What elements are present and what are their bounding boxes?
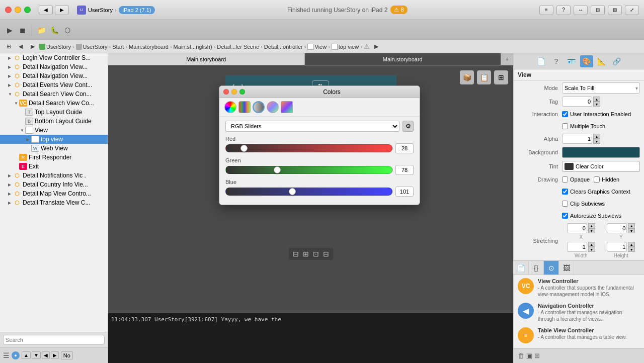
tab-storyboard-1[interactable]: Main.storyboard: [108, 53, 305, 65]
colors-maximize-button[interactable]: [239, 89, 245, 95]
tint-color-well[interactable]: Clear Color: [562, 161, 640, 172]
tag-increment-button[interactable]: ▲: [593, 97, 600, 102]
tree-item-map[interactable]: ▶ ⬡ Detail Map View Contro...: [0, 189, 108, 198]
color-mode-select[interactable]: RGB Sliders: [225, 121, 399, 132]
view-mode-button-1[interactable]: ▣: [526, 352, 532, 359]
color-wheel-swatch[interactable]: [224, 101, 236, 113]
fwd-history-button[interactable]: ▶: [55, 5, 69, 15]
delete-button[interactable]: 🗑: [518, 352, 524, 359]
color-crayons-swatch[interactable]: [238, 101, 251, 113]
tree-item-webview[interactable]: W Web View: [0, 144, 108, 153]
color-palettes-swatch[interactable]: [267, 101, 279, 113]
multiple-touch-checkbox[interactable]: [562, 123, 568, 129]
quick-help-tab[interactable]: ?: [550, 55, 563, 67]
colors-minimize-button[interactable]: [231, 89, 237, 95]
obj-lib-tab-code[interactable]: {}: [529, 261, 544, 275]
x-input[interactable]: [567, 223, 587, 233]
tab-storyboard-2[interactable]: Main.storyboard: [305, 53, 502, 65]
red-slider-track[interactable]: [225, 144, 392, 152]
height-input[interactable]: [607, 242, 627, 252]
breadcrumb-fwd-icon[interactable]: ▶: [27, 41, 38, 52]
clears-context-checkbox[interactable]: [562, 189, 568, 195]
tree-item-country[interactable]: ▶ ⬡ Detail Country Info Vie...: [0, 180, 108, 189]
panel-toggle-button[interactable]: ≡: [539, 5, 553, 15]
x-increment-button[interactable]: ▲: [588, 223, 595, 228]
back-history-button[interactable]: ◀: [39, 5, 53, 15]
breadcrumb-item-userstory[interactable]: UserStory: [39, 44, 71, 50]
filter-active-icon[interactable]: ●: [12, 351, 20, 359]
tree-item-nav2[interactable]: ▶ ⬡ Detail Navigation View...: [0, 71, 108, 80]
size-icon-3[interactable]: ⊡: [313, 250, 319, 258]
colors-close-button[interactable]: [223, 89, 229, 95]
search-input[interactable]: [3, 335, 105, 345]
blue-slider-track[interactable]: [225, 188, 392, 196]
tree-item-exit[interactable]: E Exit: [0, 162, 108, 171]
breadcrumb-item-storyboard[interactable]: Main.storyboard: [129, 44, 169, 50]
tree-item-login[interactable]: ▶ ⬡ Login View Controller S...: [0, 53, 108, 62]
filter-left-icon[interactable]: ◀: [42, 351, 50, 359]
view-mode-button-2[interactable]: ⊞: [534, 352, 540, 359]
breadcrumb-item-start[interactable]: Start: [112, 44, 124, 50]
no-filter-button[interactable]: No: [61, 351, 73, 359]
breadcrumb-menu-icon[interactable]: ⊞: [3, 41, 14, 52]
canvas-tool-2[interactable]: 📋: [477, 70, 491, 84]
version-button[interactable]: ↔: [574, 5, 588, 15]
size-icon-2[interactable]: ⊞: [303, 250, 309, 258]
size-icon-1[interactable]: ⊟: [293, 250, 299, 258]
hidden-checkbox[interactable]: [594, 176, 600, 183]
h-decrement-button[interactable]: ▼: [628, 247, 635, 252]
tree-item-events[interactable]: ▶ ⬡ Detail Events View Cont...: [0, 80, 108, 89]
h-increment-button[interactable]: ▲: [628, 242, 635, 247]
x-decrement-button[interactable]: ▼: [588, 228, 595, 233]
tree-item-notifications[interactable]: ▶ ⬡ Detail Notifications Vic .: [0, 171, 108, 180]
breadcrumb-back-icon[interactable]: ◀: [15, 41, 26, 52]
filter-up-icon[interactable]: ▲: [22, 351, 31, 359]
obj-lib-tab-file[interactable]: 📄: [514, 261, 529, 275]
breadcrumb-item-view[interactable]: View: [307, 44, 327, 50]
assistant-button[interactable]: ?: [556, 5, 571, 15]
tree-item-search[interactable]: ▼ ⬡ Detail Search View Con...: [0, 89, 108, 99]
alpha-increment-button[interactable]: ▲: [593, 134, 600, 139]
blue-slider-thumb[interactable]: [289, 188, 296, 195]
w-increment-button[interactable]: ▲: [588, 242, 595, 247]
color-pencils-swatch[interactable]: [281, 101, 293, 113]
maximize-button[interactable]: [24, 7, 31, 13]
warning-indicator[interactable]: ⚠: [364, 43, 370, 50]
alpha-input[interactable]: [562, 134, 592, 144]
green-slider-thumb[interactable]: [274, 166, 281, 173]
size-icon-4[interactable]: ⊟: [323, 250, 329, 258]
background-color-well[interactable]: [562, 147, 640, 158]
add-tab-button[interactable]: +: [501, 53, 513, 65]
scheme-icon[interactable]: ▶: [4, 25, 15, 36]
filter-right-icon[interactable]: ▶: [51, 351, 59, 359]
connections-inspector-tab[interactable]: 🔗: [610, 55, 623, 67]
color-gear-button[interactable]: ⚙: [403, 121, 414, 132]
breadcrumb-forward-icon[interactable]: ▶: [371, 41, 382, 52]
tree-item-top-view[interactable]: ▶ top view: [0, 135, 108, 144]
layout-button[interactable]: ⊞: [608, 5, 622, 15]
y-decrement-button[interactable]: ▼: [628, 228, 635, 233]
breadcrumb-item-scene[interactable]: Detail...ler Scene: [217, 44, 259, 50]
filter-down-icon[interactable]: ▼: [32, 351, 41, 359]
breakpoints-icon[interactable]: ⬡: [62, 25, 73, 36]
fullscreen-button[interactable]: ⤢: [625, 5, 639, 15]
tree-item-search-vc[interactable]: ▼ VC Detail Search View Co...: [0, 99, 108, 108]
color-sliders-swatch[interactable]: [253, 101, 265, 113]
y-input[interactable]: [607, 223, 627, 233]
alpha-decrement-button[interactable]: ▼: [593, 139, 600, 144]
tree-item-nav1[interactable]: ▶ ⬡ Detail Navigation View...: [0, 62, 108, 71]
breadcrumb-item-group[interactable]: UserStory: [76, 44, 108, 50]
file-inspector-tab[interactable]: 📄: [535, 55, 548, 67]
green-slider-track[interactable]: [225, 166, 392, 174]
width-input[interactable]: [567, 242, 587, 252]
breadcrumb-item-topview[interactable]: top view: [332, 44, 359, 50]
warning-badge[interactable]: ⚠ 8: [390, 6, 407, 14]
size-inspector-tab[interactable]: 📐: [595, 55, 608, 67]
tree-item-view[interactable]: ▼ View: [0, 126, 108, 135]
red-slider-thumb[interactable]: [240, 145, 248, 152]
canvas-area[interactable]: 📦 📋 ⊞ ‹ › ⇅ ⊟: [108, 65, 513, 313]
tag-input[interactable]: [562, 97, 592, 107]
tree-item-responder[interactable]: R First Responder: [0, 153, 108, 162]
stop-icon[interactable]: ◼: [17, 25, 28, 36]
debug-icon[interactable]: 🐛: [49, 25, 60, 36]
